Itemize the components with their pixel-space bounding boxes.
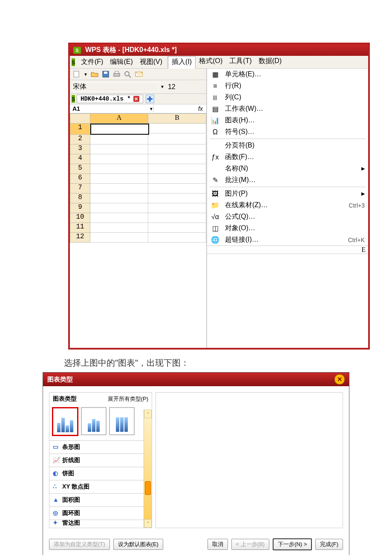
cell[interactable] <box>90 135 148 145</box>
cell[interactable] <box>148 154 206 164</box>
save-icon[interactable] <box>101 70 110 78</box>
dropdown-arrow-icon[interactable]: ▼ <box>160 84 164 89</box>
cell[interactable] <box>90 223 148 233</box>
row-header[interactable]: 5 <box>70 164 90 174</box>
scrollbar[interactable]: ˄ ˅ <box>144 410 152 528</box>
chart-category[interactable]: ▲面积图▼ <box>49 493 152 506</box>
cell[interactable] <box>90 164 148 174</box>
column-header-far[interactable]: E <box>207 246 368 254</box>
chart-category[interactable]: ∴XY 散点图▼ <box>49 480 152 493</box>
cell[interactable] <box>90 154 148 164</box>
back-button[interactable]: < 上一步(B) <box>231 539 270 550</box>
select-all-corner[interactable] <box>70 113 90 124</box>
fx-area[interactable]: fx <box>153 105 206 112</box>
chart-thumb-stacked[interactable] <box>81 407 107 435</box>
menu-item[interactable]: ✎批注(M)… <box>207 174 368 186</box>
new-tab-button[interactable]: ✚ <box>146 95 154 103</box>
dropdown-arrow-icon[interactable]: ▼ <box>84 72 88 77</box>
scroll-thumb[interactable] <box>145 481 151 495</box>
close-tab-icon[interactable]: ✕ <box>133 96 139 102</box>
menu-format[interactable]: 格式(O) <box>196 56 226 68</box>
menu-item[interactable]: ≡行(R) <box>207 80 368 92</box>
font-size-select[interactable]: 12 <box>168 83 176 91</box>
cell[interactable] <box>90 213 148 223</box>
chart-thumb-percent[interactable] <box>109 407 135 435</box>
cell[interactable] <box>90 233 148 243</box>
cell[interactable] <box>90 194 148 203</box>
menu-item[interactable]: ⫼列(C) <box>207 92 368 103</box>
menu-insert[interactable]: 插入(I) <box>168 56 196 69</box>
scroll-up-icon[interactable]: ˄ <box>144 410 152 418</box>
mail-icon[interactable] <box>135 70 143 78</box>
menu-view[interactable]: 视图(V) <box>136 57 166 67</box>
dropdown-arrow-icon[interactable]: ▼ <box>149 107 153 111</box>
open-icon[interactable] <box>90 70 99 78</box>
menu-item[interactable]: 📁在线素材(Z)…Ctrl+3 <box>207 199 368 211</box>
row-header[interactable]: 11 <box>70 223 90 233</box>
print-icon[interactable] <box>112 70 121 78</box>
menu-item[interactable]: Ω符号(S)… <box>207 126 368 138</box>
menu-item[interactable]: 名称(N)▶ <box>207 163 368 174</box>
scroll-down-icon[interactable]: ˅ <box>144 519 152 528</box>
font-name-select[interactable]: 宋体 <box>72 82 159 92</box>
menu-item[interactable]: √α公式(Q)… <box>207 211 368 223</box>
menu-file[interactable]: 文件(F) <box>78 57 107 67</box>
menu-item[interactable]: 📊图表(H)… <box>207 115 368 126</box>
name-box[interactable]: A1 <box>70 104 147 113</box>
add-custom-button[interactable]: 添加为自定义类型(T) <box>49 539 110 550</box>
cell[interactable] <box>148 194 206 203</box>
chart-category[interactable]: 📈折线图▼ <box>49 454 152 467</box>
next-button[interactable]: 下一步(N) > <box>273 538 312 550</box>
menu-tools[interactable]: 工具(T) <box>226 56 255 68</box>
cell[interactable] <box>90 184 148 194</box>
row-header[interactable]: 8 <box>70 194 90 203</box>
menu-item[interactable]: 🌐超链接(I)…Ctrl+K <box>207 234 368 246</box>
chart-category[interactable]: ◐饼图▼ <box>49 467 152 480</box>
column-header[interactable]: B <box>148 113 206 124</box>
spreadsheet-grid[interactable]: A B 123456789101112 <box>70 113 206 243</box>
row-header[interactable]: 3 <box>70 145 90 154</box>
close-icon[interactable]: ✕ <box>334 374 345 384</box>
cell[interactable] <box>90 174 148 184</box>
row-header[interactable]: 12 <box>70 233 90 243</box>
cell[interactable] <box>90 145 148 154</box>
column-header[interactable]: A <box>90 113 148 124</box>
menu-item[interactable]: ▦单元格(E)… <box>207 69 368 80</box>
chart-category[interactable]: ▭条形图▼ <box>49 440 152 454</box>
row-header[interactable]: 1 <box>70 124 90 135</box>
menu-item[interactable]: 🖼图片(P)▶ <box>207 188 368 199</box>
row-header[interactable]: 7 <box>70 184 90 194</box>
row-header[interactable]: 2 <box>70 135 90 145</box>
cell[interactable] <box>148 135 206 145</box>
chart-thumb-clustered[interactable] <box>52 407 78 436</box>
set-default-button[interactable]: 设为默认图表(E) <box>113 539 163 550</box>
finish-button[interactable]: 完成(F) <box>315 539 343 550</box>
expand-all-link[interactable]: 展开所有类型(P) <box>108 395 148 403</box>
menu-item[interactable]: ▤工作表(W)… <box>207 103 368 115</box>
row-header[interactable]: 4 <box>70 154 90 164</box>
cell[interactable] <box>148 213 206 223</box>
cell[interactable] <box>148 223 206 233</box>
cell[interactable] <box>149 124 207 133</box>
new-icon[interactable] <box>72 70 81 78</box>
cell[interactable] <box>90 203 148 213</box>
cancel-button[interactable]: 取消 <box>208 539 228 550</box>
cell[interactable] <box>148 233 206 243</box>
cell[interactable] <box>148 184 206 194</box>
menu-item[interactable]: ◫对象(O)… <box>207 223 368 234</box>
menu-edit[interactable]: 编辑(E) <box>107 57 136 67</box>
chart-category[interactable]: ✦雷达图▼ <box>49 520 152 528</box>
chart-category[interactable]: ◎圆环图▼ <box>49 506 152 520</box>
cell[interactable] <box>90 124 149 135</box>
menu-item[interactable]: 分页符(B) <box>207 140 368 151</box>
tab-document[interactable]: HDK0+440.xls * ✕ <box>77 95 143 103</box>
row-header[interactable]: 9 <box>70 203 90 213</box>
cell[interactable] <box>148 164 206 174</box>
cell[interactable] <box>148 174 206 184</box>
cell[interactable] <box>148 145 206 154</box>
row-header[interactable]: 10 <box>70 213 90 223</box>
menu-item[interactable]: ƒx函数(F)… <box>207 151 368 163</box>
row-header[interactable]: 6 <box>70 174 90 184</box>
cell[interactable] <box>148 203 206 213</box>
menu-data[interactable]: 数据(D) <box>255 56 285 68</box>
